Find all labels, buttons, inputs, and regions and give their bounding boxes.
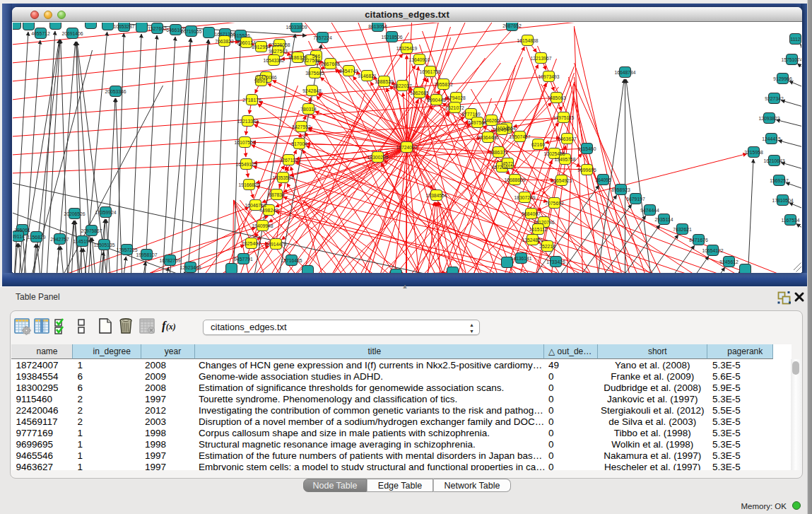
- svg-text:12505135: 12505135: [93, 243, 114, 247]
- svg-text:8427552: 8427552: [292, 124, 311, 129]
- svg-text:3267110: 3267110: [280, 158, 298, 163]
- svg-text:7485063: 7485063: [547, 95, 566, 100]
- svg-text:8990448: 8990448: [427, 98, 446, 103]
- svg-text:1167534: 1167534: [782, 218, 800, 223]
- svg-text:10654122: 10654122: [702, 248, 723, 253]
- svg-text:13495758: 13495758: [554, 157, 575, 162]
- svg-text:9777169: 9777169: [461, 112, 481, 117]
- svg-text:7632621: 7632621: [673, 227, 692, 232]
- svg-text:16033809: 16033809: [286, 25, 307, 30]
- svg-text:16549125: 16549125: [235, 162, 257, 167]
- svg-text:15716485: 15716485: [281, 258, 302, 263]
- svg-text:8471676: 8471676: [689, 238, 708, 243]
- svg-text:16046768: 16046768: [245, 203, 266, 208]
- svg-text:6794028: 6794028: [447, 95, 466, 100]
- svg-text:9827503: 9827503: [269, 49, 288, 54]
- svg-text:17359924: 17359924: [95, 210, 116, 215]
- svg-text:13654923: 13654923: [551, 178, 572, 183]
- svg-text:18300295: 18300295: [367, 155, 388, 160]
- svg-text:8454749: 8454749: [339, 69, 358, 74]
- svg-text:9699695: 9699695: [577, 168, 596, 173]
- svg-text:12093822: 12093822: [758, 116, 779, 121]
- svg-text:10973493: 10973493: [538, 74, 559, 79]
- svg-text:16210643: 16210643: [763, 158, 784, 163]
- svg-text:15751074: 15751074: [781, 57, 801, 62]
- svg-text:7515526: 7515526: [231, 33, 250, 38]
- svg-text:3624543: 3624543: [493, 127, 512, 132]
- svg-text:3875685: 3875685: [305, 71, 324, 76]
- svg-text:7075692: 7075692: [545, 201, 564, 206]
- svg-text:12923448: 12923448: [180, 265, 201, 270]
- svg-text:164095: 164095: [595, 177, 611, 182]
- svg-text:10025458: 10025458: [543, 151, 565, 156]
- svg-text:10719155: 10719155: [180, 29, 201, 34]
- svg-text:7955812: 7955812: [434, 82, 453, 87]
- svg-text:20364486: 20364486: [477, 135, 498, 140]
- svg-text:39114: 39114: [13, 234, 25, 239]
- svg-text:1569257: 1569257: [770, 178, 789, 183]
- svg-text:16961758: 16961758: [419, 69, 440, 74]
- svg-text:20691406: 20691406: [61, 31, 83, 36]
- svg-text:1527602: 1527602: [148, 26, 167, 31]
- svg-text:19958107: 19958107: [136, 252, 157, 257]
- svg-text:2935114: 2935114: [655, 217, 673, 222]
- svg-text:16543382: 16543382: [263, 58, 284, 63]
- svg-text:9327508: 9327508: [301, 58, 320, 63]
- svg-text:195061: 195061: [14, 228, 30, 233]
- svg-text:4572: 4572: [502, 161, 513, 166]
- svg-text:18724007: 18724007: [396, 145, 417, 150]
- svg-text:20053346: 20053346: [105, 89, 126, 94]
- svg-text:9463627: 9463627: [558, 136, 577, 141]
- svg-text:19353594: 19353594: [272, 175, 293, 180]
- svg-text:9129966: 9129966: [773, 76, 792, 81]
- svg-text:19409948: 19409948: [252, 223, 273, 228]
- svg-text:98901: 98901: [254, 78, 268, 83]
- svg-text:11325419: 11325419: [396, 46, 418, 51]
- svg-text:20975867: 20975867: [81, 228, 102, 233]
- svg-text:9474444: 9474444: [640, 208, 659, 213]
- svg-text:17810504: 17810504: [772, 198, 793, 203]
- svg-text:9227342: 9227342: [765, 96, 784, 101]
- svg-text:62160: 62160: [531, 142, 545, 147]
- svg-text:1145194: 1145194: [73, 239, 92, 244]
- svg-text:10507457: 10507457: [509, 134, 530, 139]
- svg-text:16782759: 16782759: [159, 258, 180, 263]
- svg-text:4055712: 4055712: [31, 31, 50, 36]
- svg-text:8912954: 8912954: [252, 45, 271, 49]
- svg-text:4498242: 4498242: [259, 208, 278, 213]
- svg-text:9457791: 9457791: [234, 257, 253, 262]
- svg-text:17957225: 17957225: [116, 247, 137, 252]
- svg-text:817004: 817004: [291, 141, 307, 146]
- svg-text:8958923: 8958923: [611, 187, 630, 192]
- svg-text:2942757: 2942757: [50, 237, 69, 242]
- svg-text:1733426: 1733426: [546, 259, 565, 264]
- svg-text:887834: 887834: [269, 192, 285, 197]
- svg-text:16648784: 16648784: [614, 70, 635, 75]
- svg-text:8613054: 8613054: [368, 24, 387, 29]
- svg-text:9242848: 9242848: [302, 88, 322, 93]
- svg-text:2867608: 2867608: [321, 62, 340, 66]
- svg-text:20206526: 20206526: [64, 211, 85, 216]
- svg-text:19384554: 19384554: [425, 193, 447, 198]
- svg-text:252214: 252214: [539, 244, 555, 249]
- svg-text:1615112: 1615112: [529, 227, 548, 232]
- svg-text:17975115: 17975115: [553, 115, 575, 120]
- svg-text:7663822: 7663822: [215, 39, 234, 44]
- svg-text:18307249: 18307249: [514, 195, 535, 200]
- svg-text:12213967: 12213967: [530, 56, 551, 61]
- svg-text:16120746: 16120746: [533, 220, 554, 225]
- svg-text:10688609: 10688609: [504, 177, 525, 182]
- svg-text:16154838: 16154838: [517, 38, 538, 43]
- svg-text:13640910: 13640910: [408, 57, 430, 62]
- svg-text:19166825: 19166825: [238, 182, 259, 187]
- svg-text:780314: 780314: [300, 107, 317, 112]
- svg-text:2718176: 2718176: [242, 98, 261, 103]
- svg-text:7357224: 7357224: [313, 35, 332, 40]
- svg-text:19218506: 19218506: [381, 35, 402, 40]
- svg-text:8322037: 8322037: [393, 83, 412, 88]
- svg-text:1156829: 1156829: [28, 235, 46, 240]
- svg-text:2087652: 2087652: [502, 23, 522, 28]
- svg-text:3215958: 3215958: [744, 150, 763, 155]
- svg-text:13524851: 13524851: [522, 238, 543, 243]
- svg-text:1588520: 1588520: [375, 79, 394, 84]
